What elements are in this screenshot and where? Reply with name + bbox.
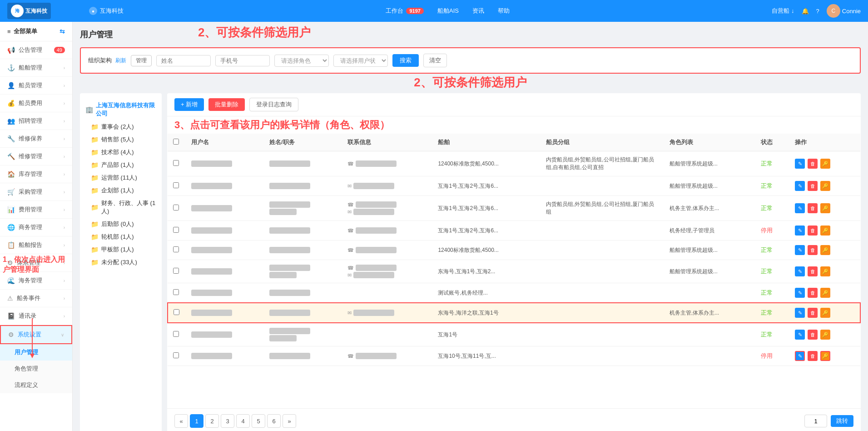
tree-node[interactable]: 📁未分配 (33人) xyxy=(84,256,158,269)
page-4-btn[interactable]: 4 xyxy=(236,414,250,428)
delete-button[interactable]: 🗑 xyxy=(808,159,818,169)
search-button[interactable]: 搜索 xyxy=(392,54,419,67)
table-row[interactable]: 测试账号,机务经理... 正常 ✎ 🗑 🔑 xyxy=(168,283,860,303)
nav-user[interactable]: C Connie xyxy=(827,4,861,18)
edit-button[interactable]: ✎ xyxy=(795,288,805,298)
edit-button[interactable]: ✎ xyxy=(795,266,805,276)
reset-password-button[interactable]: 🔑 xyxy=(820,159,830,169)
sidebar-item-sea[interactable]: 🌊 海务管理 › xyxy=(0,272,72,290)
delete-button[interactable]: 🗑 xyxy=(808,308,818,318)
sidebar-sub-user-mgmt[interactable]: 用户管理 xyxy=(0,344,72,361)
edit-button[interactable]: ✎ xyxy=(795,330,805,340)
edit-button[interactable]: ✎ xyxy=(795,308,805,318)
nav-workbench[interactable]: 工作台 9197 xyxy=(386,7,423,15)
reset-password-button[interactable]: 🔑 xyxy=(820,181,830,191)
reset-password-button[interactable]: 🔑 xyxy=(820,203,830,213)
row-name-title[interactable] xyxy=(264,196,342,221)
page-2-btn[interactable]: 2 xyxy=(205,414,219,428)
edit-button[interactable]: ✎ xyxy=(795,203,805,213)
table-row[interactable]: ☎ 12400标准散货船,4500... 船舶管理系统超级... 正常 ✎ 🗑 … xyxy=(168,241,860,260)
sidebar-item-notice[interactable]: 📢 公告管理 49 xyxy=(0,41,72,59)
sidebar-item-contacts[interactable]: 📓 通讯录 › xyxy=(0,307,72,325)
delete-button[interactable]: 🗑 xyxy=(808,351,818,361)
row-username[interactable] xyxy=(186,151,264,176)
row-name-title[interactable] xyxy=(264,151,342,176)
row-name-title[interactable] xyxy=(264,260,342,283)
reset-password-button[interactable]: 🔑 xyxy=(820,351,830,361)
row-checkbox[interactable] xyxy=(173,205,179,210)
row-username[interactable] xyxy=(186,323,264,346)
delete-button[interactable]: 🗑 xyxy=(808,226,818,236)
tree-node[interactable]: 📁财务、行政、人事 (1人) xyxy=(84,197,158,218)
nav-ship-ais[interactable]: 船舶AIS xyxy=(437,7,459,15)
delete-button[interactable]: 🗑 xyxy=(808,330,818,340)
row-username[interactable] xyxy=(186,196,264,221)
role-select[interactable]: 请选择角色 xyxy=(274,55,329,67)
page-next-btn[interactable]: » xyxy=(283,414,296,428)
row-checkbox[interactable] xyxy=(173,331,179,337)
delete-button[interactable]: 🗑 xyxy=(808,266,818,276)
manage-button[interactable]: 管理 xyxy=(131,55,152,66)
sidebar-item-crew-cost[interactable]: 💰 船员费用 › xyxy=(0,95,72,112)
sidebar-sub-role-mgmt[interactable]: 角色管理 xyxy=(0,361,72,377)
delete-button[interactable]: 🗑 xyxy=(808,245,818,255)
sidebar-sub-workflow[interactable]: 流程定义 xyxy=(0,377,72,393)
delete-button[interactable]: 🗑 xyxy=(808,181,818,191)
name-input[interactable] xyxy=(156,55,211,66)
sidebar-item-cost[interactable]: 📊 费用管理 › xyxy=(0,201,72,219)
reset-password-button[interactable]: 🔑 xyxy=(820,245,830,255)
new-button[interactable]: + 新增 xyxy=(174,98,204,111)
delete-button[interactable]: 🗑 xyxy=(808,203,818,213)
sidebar-item-sys-settings[interactable]: ⚙ 系统设置 ∨ xyxy=(0,325,72,344)
reset-password-button[interactable]: 🔑 xyxy=(820,266,830,276)
nav-help[interactable]: 帮助 xyxy=(498,7,510,15)
batch-delete-button[interactable]: 批量删除 xyxy=(208,98,245,111)
sidebar-item-system-mgmt[interactable]: ⚙ 体系管理 › xyxy=(0,254,72,272)
page-1-btn[interactable]: 1 xyxy=(190,414,203,428)
refresh-btn[interactable]: 刷新 xyxy=(115,57,126,65)
tree-root[interactable]: 🏢 上海互海信息科技有限公司 xyxy=(84,99,158,120)
sidebar-item-recruit[interactable]: 👥 招聘管理 › xyxy=(0,112,72,130)
row-username[interactable] xyxy=(186,283,264,303)
row-checkbox[interactable] xyxy=(173,352,179,358)
row-name-title[interactable] xyxy=(264,323,342,346)
page-jump-input[interactable] xyxy=(804,415,827,427)
status-select[interactable]: 请选择用户状态 xyxy=(333,55,388,67)
table-row[interactable]: ✉ 互海1号,互海2号,互海6... 船舶管理系统超级... 正常 ✎ 🗑 🔑 xyxy=(168,176,860,196)
nav-question[interactable]: ? xyxy=(816,8,819,15)
sidebar-item-purchase[interactable]: 🛒 采购管理 › xyxy=(0,183,72,201)
sidebar-item-warehouse[interactable]: 🏠 库存管理 › xyxy=(0,165,72,183)
row-name-title[interactable] xyxy=(264,283,342,303)
row-checkbox[interactable] xyxy=(173,246,179,252)
row-checkbox[interactable] xyxy=(173,268,179,274)
reset-button[interactable]: 清空 xyxy=(423,54,447,67)
edit-button[interactable]: ✎ xyxy=(795,226,805,236)
reset-password-button[interactable]: 🔑 xyxy=(820,330,830,340)
edit-button[interactable]: ✎ xyxy=(795,351,805,361)
page-prev-btn[interactable]: « xyxy=(174,414,188,428)
sidebar-item-incident[interactable]: ⚠ 船务事件 › xyxy=(0,290,72,307)
table-row[interactable]: 互海1号 正常 ✎ 🗑 🔑 xyxy=(168,323,860,346)
row-username[interactable] xyxy=(186,176,264,196)
sidebar-item-crew[interactable]: 👤 船员管理 › xyxy=(0,77,72,95)
tree-node[interactable]: 📁企划部 (1人) xyxy=(84,184,158,197)
reset-password-button[interactable]: 🔑 xyxy=(820,226,830,236)
table-row[interactable]: ☎ 互海1号,互海2号,互海6... 机务经理,子管理员 停用 ✎ 🗑 🔑 xyxy=(168,221,860,241)
reset-password-button[interactable]: 🔑 xyxy=(820,308,830,318)
row-username[interactable] xyxy=(186,260,264,283)
table-row[interactable]: ☎ ✉ 互海1号,互海2号,互海6... 内货船员组,外贸船员组,公司社招组,厦… xyxy=(168,196,860,221)
row-checkbox[interactable] xyxy=(173,289,179,295)
tree-node[interactable]: 📁运营部 (11人) xyxy=(84,171,158,184)
sidebar-item-maintenance[interactable]: 🔧 维修保养 › xyxy=(0,130,72,148)
page-3-btn[interactable]: 3 xyxy=(221,414,234,428)
tree-node[interactable]: 📁技术部 (4人) xyxy=(84,146,158,159)
nav-news[interactable]: 资讯 xyxy=(472,7,484,15)
row-checkbox[interactable] xyxy=(174,309,179,315)
sidebar-collapse-icon[interactable]: ⇆ xyxy=(60,28,65,35)
edit-button[interactable]: ✎ xyxy=(795,181,805,191)
row-name-title[interactable] xyxy=(264,221,342,241)
page-5-btn[interactable]: 5 xyxy=(252,414,265,428)
tree-node[interactable]: 📁甲板部 (1人) xyxy=(84,243,158,256)
nav-bell[interactable]: 🔔 xyxy=(802,8,809,15)
row-name-title[interactable] xyxy=(264,241,342,260)
